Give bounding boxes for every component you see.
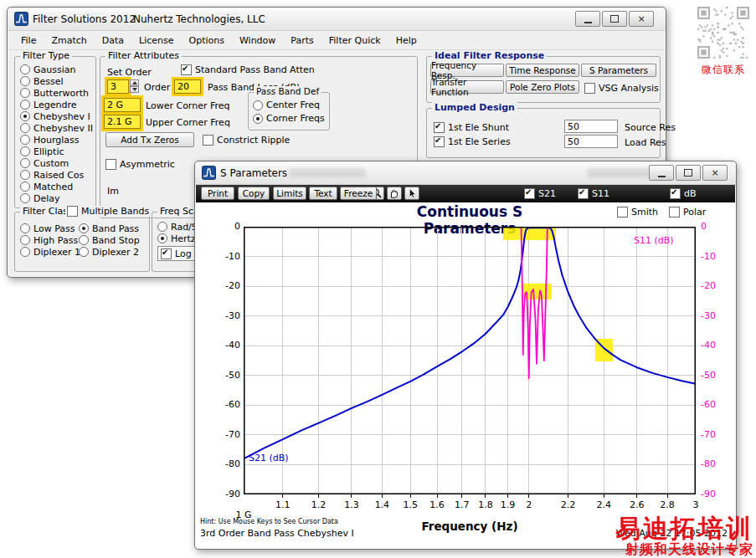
radio-unselected-icon (20, 64, 30, 74)
s21-checkbox[interactable]: S21 (524, 188, 556, 199)
filter-class-option-high-pass[interactable]: High Pass (20, 234, 80, 246)
filter-class-option-band-pass[interactable]: Band Pass (79, 223, 140, 234)
transfer-function-button[interactable]: Transfer Function (430, 80, 504, 94)
frequency-resp-button[interactable]: Frequency Resp. (430, 64, 504, 77)
toolbar-button-freeze[interactable]: Freeze (340, 187, 377, 200)
filter-type-options: GaussianBesselButterworthLegendreChebysh… (20, 64, 93, 204)
center-freq-radio[interactable]: Center Freq (253, 100, 320, 110)
pan-button[interactable] (387, 187, 402, 200)
load-res-input[interactable]: 50 (564, 135, 618, 148)
minimize-icon[interactable] (575, 11, 600, 27)
log-checkbox[interactable]: Log (161, 248, 192, 259)
toolbar-button-text[interactable]: Text (309, 187, 337, 200)
toolbar-button-limits[interactable]: Limits (273, 187, 306, 200)
filter-type-option-chebyshev-i[interactable]: Chebyshev I (20, 110, 93, 122)
vsg-analysis-checkbox[interactable]: VSG Analysis (584, 83, 659, 94)
freq-scale-option-hertz[interactable]: Hertz (157, 233, 198, 244)
order-input[interactable]: 3 (107, 79, 129, 94)
y-axis-label-right: -50 (701, 370, 716, 381)
pass-band-loss-input[interactable]: 20 (174, 79, 201, 94)
x-axis-label: 1.2 (306, 499, 332, 510)
menu-item-data[interactable]: Data (95, 33, 131, 49)
multiple-bands-checkbox[interactable]: Multiple Bands (65, 206, 151, 217)
source-res-input[interactable]: 50 (564, 120, 618, 133)
lower-corner-freq-input[interactable]: 2 G (104, 98, 141, 112)
filter-type-option-bessel[interactable]: Bessel (20, 75, 93, 87)
menu-item-options[interactable]: Options (182, 33, 232, 49)
filter-attributes-caption: Filter Attributes (105, 50, 182, 61)
corner-freqs-radio[interactable]: Corner Freqs (253, 113, 325, 124)
menu-item-license[interactable]: License (131, 33, 181, 49)
plot-titlebar[interactable]: S Parameters × (195, 161, 736, 185)
spinner-down-icon[interactable] (130, 86, 139, 93)
standard-pass-band-atten-checkbox[interactable]: Standard Pass Band Atten (181, 64, 315, 75)
add-tx-zeros-button[interactable]: Add Tx Zeros (105, 132, 194, 147)
menu-item-parts[interactable]: Parts (283, 33, 321, 49)
window-controls: × (575, 11, 654, 27)
toolbar-button-print[interactable]: Print (201, 187, 234, 200)
qr-caption: 微信联系 (696, 63, 751, 77)
radio-unselected-icon (20, 170, 30, 180)
menu-item-filter-quick[interactable]: Filter Quick (321, 33, 388, 49)
filter-type-option-elliptic[interactable]: Elliptic (20, 146, 93, 157)
radio-unselected-icon (20, 146, 30, 156)
freq-scale-option-rad-s[interactable]: Rad/S (157, 221, 198, 233)
x-axis-label: 1.5 (398, 499, 423, 510)
radio-selected-icon (79, 223, 89, 233)
filter-class-label-band-pass: Band Pass (92, 223, 139, 234)
radio-unselected-icon (20, 135, 30, 145)
filter-type-option-custom[interactable]: Custom (20, 157, 93, 169)
filter-type-option-matched[interactable]: Matched (20, 181, 93, 192)
cursor-button[interactable] (404, 187, 419, 200)
filter-type-option-chebyshev-ii[interactable]: Chebyshev II (20, 122, 93, 134)
toolbar-button-copy[interactable]: Copy (238, 187, 270, 200)
filter-type-option-delay[interactable]: Delay (20, 192, 93, 204)
radio-unselected-icon (157, 222, 167, 232)
main-titlebar[interactable]: Filter Solutions 2012 Nuhertz Technologi… (8, 8, 666, 31)
menu-item-window[interactable]: Window (232, 33, 283, 49)
minimize-icon[interactable] (649, 165, 674, 181)
filter-type-option-gaussian[interactable]: Gaussian (20, 64, 93, 75)
menu-item-zmatch[interactable]: Zmatch (44, 33, 94, 49)
menu-item-file[interactable]: File (13, 33, 44, 49)
close-icon[interactable]: × (702, 165, 728, 181)
filter-class-option-band-stop[interactable]: Band Stop (79, 234, 140, 246)
y-axis-label-left: -80 (210, 458, 240, 469)
first-ele-shunt-checkbox[interactable]: 1st Ele Shunt (434, 122, 509, 133)
window-subtitle: Nuhertz Technologies, LLC (133, 13, 265, 25)
filter-type-option-raised-cos[interactable]: Raised Cos (20, 169, 93, 181)
x-axis-label: 1.6 (424, 499, 450, 510)
filter-type-option-hourglass[interactable]: Hourglass (20, 134, 93, 146)
pole-zero-plots-button[interactable]: Pole Zero Plots (506, 80, 579, 94)
app-icon (14, 12, 28, 26)
upper-corner-freq-input[interactable]: 2.1 G (104, 115, 141, 129)
time-response-button[interactable]: Time Response (506, 64, 579, 77)
filter-type-label-raised-cos: Raised Cos (33, 170, 84, 181)
asymmetric-checkbox[interactable]: Asymmetric (105, 159, 175, 170)
spinner-up-icon[interactable] (130, 79, 139, 86)
plot-area[interactable] (244, 227, 696, 499)
filter-type-option-legendre[interactable]: Legendre (20, 99, 93, 110)
x-axis-label: 1.4 (369, 499, 394, 510)
polar-checkbox[interactable]: Polar (669, 207, 706, 218)
db-checkbox[interactable]: dB (670, 188, 697, 199)
constrict-ripple-checkbox[interactable]: Constrict Ripple (203, 135, 290, 146)
ideal-filter-response-group: Ideal Filter Response Frequency Resp. Ti… (426, 56, 661, 103)
close-icon[interactable]: × (629, 11, 654, 27)
maximize-icon[interactable] (602, 11, 627, 27)
smith-checkbox[interactable]: Smith (617, 207, 658, 218)
filter-class-option-diplexer-1[interactable]: Diplexer 1 (20, 246, 80, 258)
set-order-link[interactable]: Set Order (107, 67, 152, 78)
filter-type-label-delay: Delay (33, 193, 60, 204)
maximize-icon[interactable] (676, 165, 701, 181)
filter-type-option-butterworth[interactable]: Butterworth (20, 87, 93, 99)
filter-class-option-diplexer-2[interactable]: Diplexer 2 (79, 246, 140, 258)
menu-item-help[interactable]: Help (388, 33, 424, 49)
s11-checkbox[interactable]: S11 (578, 188, 609, 199)
filter-class-option-low-pass[interactable]: Low Pass (20, 223, 80, 234)
s-parameters-button[interactable]: S Parameters (581, 64, 656, 77)
first-ele-series-checkbox[interactable]: 1st Ele Series (434, 136, 511, 147)
standard-pass-band-atten-label: Standard Pass Band Atten (195, 64, 315, 75)
filter-type-label-elliptic: Elliptic (33, 146, 64, 157)
polar-label: Polar (683, 207, 706, 218)
